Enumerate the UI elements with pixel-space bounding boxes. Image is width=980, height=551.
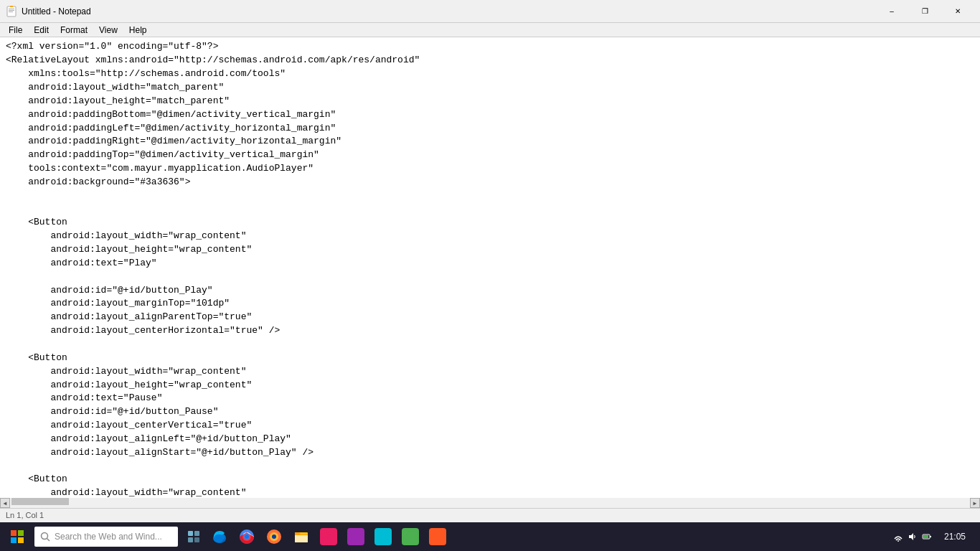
search-icon [40,532,50,542]
editor-wrapper [0,37,980,497]
svg-rect-1 [9,9,14,9]
taskbar-chrome[interactable] [234,524,260,550]
scroll-thumb-h[interactable] [11,498,69,505]
taskbar-clock[interactable]: 21:05 [936,532,974,542]
volume-icon [908,532,918,542]
title-bar: Untitled - Notepad – ❐ ✕ [0,0,980,23]
taskbar-app2[interactable] [343,524,369,550]
edge-icon [211,528,228,545]
svg-point-9 [42,533,48,540]
horizontal-scrollbar: ◀ ▶ [0,498,980,508]
svg-rect-28 [923,535,928,538]
system-tray: 21:05 [890,531,977,542]
network-icon [893,532,903,542]
search-bar[interactable]: Search the Web and Wind... [34,527,178,547]
text-editor[interactable] [0,37,980,497]
start-button[interactable] [3,522,32,551]
menu-view[interactable]: View [93,24,123,37]
app3-icon [374,528,392,545]
tray-battery-icon[interactable] [921,531,933,542]
battery-icon [922,532,932,542]
status-bar: Ln 1, Col 1 [0,508,980,522]
svg-rect-6 [18,530,24,536]
taskbar-edge[interactable] [207,524,232,550]
taskbar-app1[interactable] [316,524,341,550]
app4-icon [402,528,419,545]
svg-rect-4 [10,6,13,7]
svg-line-10 [47,539,50,542]
svg-rect-8 [18,537,24,543]
minimize-button[interactable]: – [875,0,908,23]
svg-point-22 [272,534,276,539]
menu-bar: File Edit Format View Help [0,23,980,37]
search-placeholder: Search the Web and Wind... [55,532,162,542]
svg-point-25 [897,540,899,542]
scroll-track-h [10,498,970,508]
taskbar-app3[interactable] [370,524,396,550]
app1-icon [320,528,337,545]
app2-icon [347,528,364,545]
title-bar-controls: – ❐ ✕ [875,0,974,23]
firefox-icon [265,528,283,545]
maximize-button[interactable]: ❐ [908,0,941,23]
close-button[interactable]: ✕ [941,0,974,23]
menu-file[interactable]: File [3,24,28,37]
taskbar-explorer[interactable] [288,524,314,550]
tray-network-icon[interactable] [892,531,904,542]
taskbar-items [207,524,890,550]
svg-point-19 [245,534,249,539]
svg-rect-11 [188,531,193,536]
svg-rect-13 [188,537,193,542]
scroll-right-button[interactable]: ▶ [970,498,980,508]
notepad-window: Untitled - Notepad – ❐ ✕ File Edit Forma… [0,0,980,522]
svg-rect-14 [194,537,199,542]
taskbar: Search the Web and Wind... [0,522,980,551]
svg-rect-2 [9,10,14,11]
svg-rect-3 [9,11,13,12]
window-title: Untitled - Notepad [22,6,91,17]
taskbar-app5[interactable] [425,524,451,550]
taskbar-firefox[interactable] [261,524,287,550]
file-explorer-icon [293,528,310,545]
title-bar-left: Untitled - Notepad [6,6,91,17]
menu-help[interactable]: Help [123,24,153,37]
task-view-icon [187,529,201,544]
svg-marker-26 [909,533,913,540]
svg-rect-29 [930,536,931,537]
app5-icon [429,528,446,545]
svg-rect-5 [11,530,17,536]
notepad-icon [6,6,17,17]
tray-volume-icon[interactable] [907,531,918,542]
menu-format[interactable]: Format [55,24,93,37]
task-view-button[interactable] [181,524,207,550]
clock-time: 21:05 [944,532,966,542]
svg-rect-12 [194,531,199,536]
svg-rect-7 [11,537,17,543]
chrome-icon [238,528,255,545]
scroll-left-button[interactable]: ◀ [0,498,10,508]
status-text: Ln 1, Col 1 [6,511,44,519]
taskbar-app4[interactable] [397,524,423,550]
svg-rect-24 [295,535,308,542]
menu-edit[interactable]: Edit [28,24,55,37]
